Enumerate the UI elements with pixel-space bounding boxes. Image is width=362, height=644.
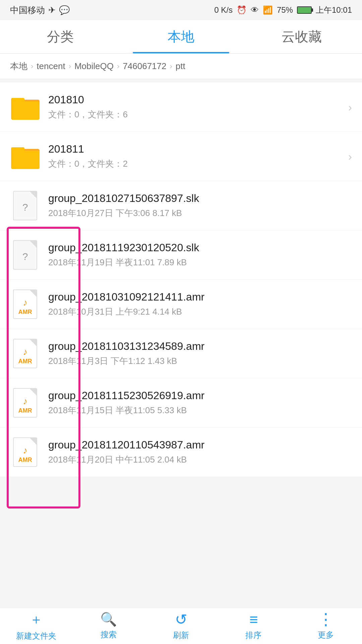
amr-file-icon: ♪ AMR xyxy=(10,338,40,369)
battery-label: 75% xyxy=(277,5,293,15)
carrier-icon-plane: ✈ xyxy=(48,5,56,15)
status-left: 中国移动 ✈ 💬 xyxy=(10,4,70,16)
battery-icon xyxy=(297,6,312,14)
file-name: 201811 xyxy=(48,143,345,155)
sort-icon: ≡ xyxy=(249,611,257,628)
sort-button[interactable]: ≡ 排序 xyxy=(217,607,290,644)
unknown-file-icon: ? xyxy=(10,240,40,270)
breadcrumb-mobileqq[interactable]: MobileQQ xyxy=(74,61,114,71)
refresh-label: 刷新 xyxy=(173,630,189,641)
amr-file-icon: ♪ AMR xyxy=(10,437,40,467)
breadcrumb-qqid[interactable]: 746067172 xyxy=(123,61,166,71)
file-meta: 2018年11月3日 下午1:12 1.43 kB xyxy=(48,355,352,367)
search-button[interactable]: 🔍 搜索 xyxy=(72,607,145,644)
signal-icon: 📶 xyxy=(263,5,273,15)
main-content: 201810 文件：0，文件夹：6 › 201811 文件：0，文件夹：2 xyxy=(0,83,362,517)
file-meta: 2018年11月19日 半夜11:01 7.89 kB xyxy=(48,257,352,268)
status-right: 0 K/s ⏰ 👁 📶 75% 上午10:01 xyxy=(214,5,352,15)
file-info: group_20181119230120520.slk 2018年11月19日 … xyxy=(48,241,352,268)
breadcrumb-ptt[interactable]: ptt xyxy=(176,61,185,71)
wechat-icon: 💬 xyxy=(59,5,70,15)
bottom-bar: ＋ 新建文件夹 🔍 搜索 ↺ 刷新 ≡ 排序 ⋮ 更多 xyxy=(0,607,362,644)
new-folder-button[interactable]: ＋ 新建文件夹 xyxy=(0,607,72,644)
breadcrumb-sep-2: › xyxy=(69,62,71,71)
tab-classify[interactable]: 分类 xyxy=(0,20,121,53)
breadcrumb: 本地 › tencent › MobileQQ › 746067172 › pt… xyxy=(0,54,362,79)
list-item[interactable]: 201811 文件：0，文件夹：2 › xyxy=(0,132,362,181)
list-item[interactable]: ♪ AMR group_20181120110543987.amr 2018年1… xyxy=(0,428,362,477)
file-info: group_20181027150637897.slk 2018年10月27日 … xyxy=(48,192,352,219)
refresh-icon: ↺ xyxy=(175,611,187,628)
svg-rect-2 xyxy=(11,101,40,120)
file-meta: 2018年11月15日 半夜11:05 5.33 kB xyxy=(48,405,352,416)
file-name: group_20181027150637897.slk xyxy=(48,192,352,205)
plus-icon: ＋ xyxy=(29,610,43,629)
breadcrumb-local[interactable]: 本地 xyxy=(10,60,27,72)
tab-bar: 分类 本地 云收藏 xyxy=(0,20,362,54)
file-info: group_20181120110543987.amr 2018年11月20日 … xyxy=(48,439,352,466)
carrier-label: 中国移动 xyxy=(10,4,45,16)
file-info: 201811 文件：0，文件夹：2 xyxy=(48,143,345,170)
new-folder-label: 新建文件夹 xyxy=(16,631,56,641)
list-item[interactable]: 201810 文件：0，文件夹：6 › xyxy=(0,83,362,132)
breadcrumb-tencent[interactable]: tencent xyxy=(37,61,65,71)
tab-cloud[interactable]: 云收藏 xyxy=(241,20,362,53)
chevron-right-icon: › xyxy=(348,101,352,114)
chevron-right-icon: › xyxy=(348,150,352,163)
file-info: 201810 文件：0，文件夹：6 xyxy=(48,94,345,120)
file-name: 201810 xyxy=(48,94,345,106)
file-name: group_20181120110543987.amr xyxy=(48,439,352,451)
file-info: group_20181115230526919.amr 2018年11月15日 … xyxy=(48,389,352,416)
speed-label: 0 K/s xyxy=(214,5,233,15)
unknown-file-icon: ? xyxy=(10,191,40,221)
breadcrumb-sep-1: › xyxy=(31,62,33,71)
file-list-wrapper: 201810 文件：0，文件夹：6 › 201811 文件：0，文件夹：2 xyxy=(0,83,362,477)
file-meta: 2018年11月20日 中午11:05 2.04 kB xyxy=(48,454,352,466)
list-item[interactable]: ♪ AMR group_20181115230526919.amr 2018年1… xyxy=(0,378,362,428)
svg-rect-5 xyxy=(11,151,40,169)
file-meta: 文件：0，文件夹：6 xyxy=(48,109,345,120)
file-list: 201810 文件：0，文件夹：6 › 201811 文件：0，文件夹：2 xyxy=(0,83,362,477)
tab-local[interactable]: 本地 xyxy=(121,20,241,53)
folder-icon xyxy=(10,92,40,122)
search-label: 搜索 xyxy=(101,629,117,640)
alarm-icon: ⏰ xyxy=(237,5,247,15)
eye-icon: 👁 xyxy=(251,5,259,15)
more-icon: ⋮ xyxy=(318,611,334,628)
list-item[interactable]: ? group_20181119230120520.slk 2018年11月19… xyxy=(0,230,362,280)
file-info: group_20181103131234589.amr 2018年11月3日 下… xyxy=(48,340,352,367)
breadcrumb-sep-4: › xyxy=(170,62,172,71)
search-icon: 🔍 xyxy=(100,611,117,627)
file-meta: 文件：0，文件夹：2 xyxy=(48,158,345,170)
file-name: group_20181103131234589.amr xyxy=(48,340,352,353)
amr-file-icon: ♪ AMR xyxy=(10,388,40,418)
folder-icon xyxy=(10,141,40,171)
file-name: group_20181115230526919.amr xyxy=(48,389,352,402)
file-meta: 2018年10月27日 下午3:06 8.17 kB xyxy=(48,207,352,219)
status-bar: 中国移动 ✈ 💬 0 K/s ⏰ 👁 📶 75% 上午10:01 xyxy=(0,0,362,20)
file-meta: 2018年10月31日 上午9:21 4.14 kB xyxy=(48,306,352,318)
list-item[interactable]: ? group_20181027150637897.slk 2018年10月27… xyxy=(0,181,362,230)
list-item[interactable]: ♪ AMR group_20181103131234589.amr 2018年1… xyxy=(0,329,362,378)
amr-file-icon: ♪ AMR xyxy=(10,289,40,319)
more-button[interactable]: ⋮ 更多 xyxy=(290,607,362,644)
file-info: group_20181031092121411.amr 2018年10月31日 … xyxy=(48,291,352,318)
more-label: 更多 xyxy=(318,630,334,640)
breadcrumb-sep-3: › xyxy=(117,62,119,71)
file-name: group_20181119230120520.slk xyxy=(48,241,352,254)
file-name: group_20181031092121411.amr xyxy=(48,291,352,303)
sort-label: 排序 xyxy=(245,630,261,641)
list-item[interactable]: ♪ AMR group_20181031092121411.amr 2018年1… xyxy=(0,280,362,329)
refresh-button[interactable]: ↺ 刷新 xyxy=(145,607,217,644)
time-label: 上午10:01 xyxy=(316,5,352,15)
